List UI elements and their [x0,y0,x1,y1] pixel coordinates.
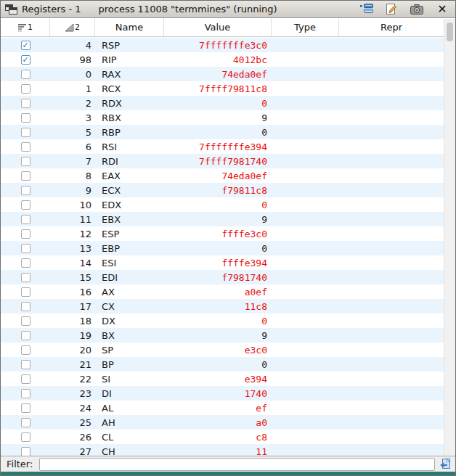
register-number: 8 [50,171,95,181]
register-row[interactable]: 7 RDI 7ffff7981740 [1,154,444,168]
enable-edits-button[interactable] [384,3,399,16]
favorite-checkbox[interactable] [21,84,30,94]
register-row[interactable]: 22 SI e394 [1,372,444,386]
favorite-checkbox[interactable] [21,403,30,413]
favorite-checkbox[interactable] [21,142,30,152]
register-value: 9 [164,214,272,225]
register-number: 1 [50,83,95,94]
column-header-repr[interactable]: Repr [339,18,444,36]
register-name: AH [95,417,164,428]
favorite-checkbox[interactable] [21,186,30,195]
select-registers-button[interactable] [359,3,373,16]
register-row[interactable]: 25 AH a0 [1,415,444,430]
register-number: 13 [50,243,95,254]
close-button[interactable]: ✕ [435,3,449,16]
register-row[interactable]: 5 RBP 0 [1,125,444,139]
favorite-checkbox[interactable] [21,273,30,282]
register-row[interactable]: 3 RBX 9 [1,110,444,125]
favorite-checkbox[interactable] [21,287,30,297]
vertical-scrollbar[interactable] [444,19,455,456]
favorite-checkbox[interactable] [21,389,30,398]
favorite-checkbox[interactable] [21,244,30,253]
window-bottom-edge [1,472,455,475]
register-row[interactable]: 0 RAX 74eda0ef [1,67,444,81]
sort-order-2-icon [65,23,74,32]
register-row[interactable]: 14 ESI ffffe394 [1,255,444,270]
register-value: e394 [164,374,272,385]
column-header-name[interactable]: Name [95,18,164,36]
register-name: EDX [95,200,164,210]
register-name: RDX [95,98,164,109]
register-row[interactable]: 11 EBX 9 [1,212,444,226]
register-name: DX [95,316,164,327]
register-number: 2 [50,98,95,109]
register-name: SP [95,345,164,356]
favorite-checkbox[interactable] [21,374,30,384]
register-number: 5 [50,127,95,138]
filter-input[interactable] [39,458,435,471]
register-value: 1740 [164,388,272,399]
register-row[interactable]: 24 AL ef [1,401,444,415]
favorite-checkbox[interactable] [21,171,30,181]
register-row[interactable]: 27 CH 11 [1,444,444,456]
favorite-checkbox[interactable] [21,70,30,79]
favorite-checkbox[interactable] [21,302,30,311]
favorite-checkbox[interactable] [21,200,30,210]
register-row[interactable]: 15 EDI f7981740 [1,270,444,284]
register-row[interactable]: 18 DX 0 [1,313,444,328]
favorite-checkbox[interactable] [21,345,30,355]
register-row[interactable]: 23 DI 1740 [1,386,444,401]
register-row[interactable]: ✓ 4 RSP 7fffffffe3c0 [1,38,444,52]
column-header-favorite[interactable]: 1 [1,18,50,36]
column-header-type[interactable]: Type [272,18,339,36]
register-row[interactable]: 10 EDX 0 [1,197,444,212]
register-number: 11 [50,214,95,225]
favorite-checkbox[interactable] [21,113,30,123]
favorite-checkbox[interactable] [21,258,30,268]
register-number: 17 [50,301,95,312]
register-row[interactable]: 12 ESP ffffe3c0 [1,226,444,241]
register-row[interactable]: 26 CL c8 [1,430,444,444]
favorite-checkbox[interactable] [21,331,30,340]
register-row[interactable]: 13 EBP 0 [1,241,444,255]
favorite-checkbox[interactable] [21,432,30,442]
register-row[interactable]: ✓ 98 RIP 4012bc [1,52,444,67]
favorite-checkbox[interactable] [21,316,30,326]
register-row[interactable]: 6 RSI 7fffffffe394 [1,139,444,154]
filter-options-button[interactable] [439,458,452,471]
favorite-checkbox[interactable] [21,99,30,108]
register-row[interactable]: 9 ECX f79811c8 [1,183,444,197]
register-row[interactable]: 8 EAX 74eda0ef [1,168,444,183]
register-row[interactable]: 1 RCX 7ffff79811c8 [1,81,444,96]
register-number: 14 [50,258,95,268]
column-header-number[interactable]: 2 [50,18,95,36]
register-row[interactable]: 16 AX a0ef [1,284,444,299]
register-number: 9 [50,185,95,196]
register-name: CX [95,301,164,312]
register-value: 0 [164,127,272,138]
register-name: DI [95,388,164,399]
favorite-checkbox[interactable] [21,360,30,369]
snapshot-icon [410,4,423,15]
register-number: 21 [50,359,95,370]
register-row[interactable]: 2 RDX 0 [1,96,444,110]
scrollbar-thumb[interactable] [447,22,453,41]
column-header-value[interactable]: Value [164,18,272,36]
favorite-checkbox[interactable] [21,128,30,137]
favorite-checkbox[interactable]: ✓ [21,55,30,65]
favorite-checkbox[interactable] [21,418,30,427]
register-row[interactable]: 21 BP 0 [1,357,444,372]
register-row[interactable]: 17 CX 11c8 [1,299,444,313]
title-bar[interactable]: Registers - 1 process 11008 "termmines" … [1,1,455,18]
favorite-checkbox[interactable] [21,215,30,224]
register-row[interactable]: 20 SP e3c0 [1,342,444,357]
snapshot-button[interactable] [410,3,424,16]
register-value: c8 [164,432,272,443]
favorite-checkbox[interactable] [21,157,30,166]
register-value: 4012bc [164,54,272,65]
favorite-checkbox[interactable]: ✓ [21,41,30,50]
register-name: CH [95,446,164,456]
favorite-checkbox[interactable] [21,229,30,239]
register-row[interactable]: 19 BX 9 [1,328,444,342]
favorite-checkbox[interactable] [21,447,30,456]
